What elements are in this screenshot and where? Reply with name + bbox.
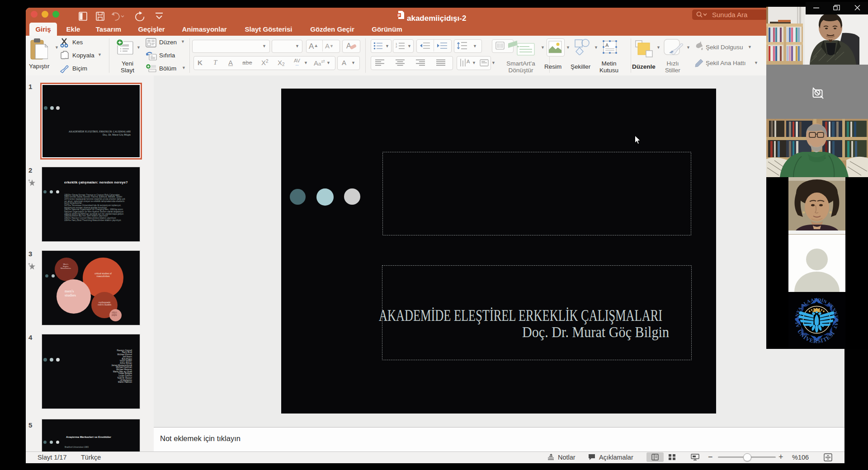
svg-text:A: A <box>346 42 351 50</box>
svg-text:Doç. Dr. Murat Göç Bilgin: Doç. Dr. Murat Göç Bilgin <box>522 323 669 340</box>
svg-text:P: P <box>397 13 400 18</box>
svg-text:A: A <box>467 59 470 64</box>
svg-text:A: A <box>605 42 609 48</box>
svg-text:AKADEMİDE ELEŞTİREL ERKEKLİK Ç: AKADEMİDE ELEŞTİREL ERKEKLİK ÇALIŞMALARI <box>379 307 662 324</box>
svg-text:2: 2 <box>396 45 397 48</box>
